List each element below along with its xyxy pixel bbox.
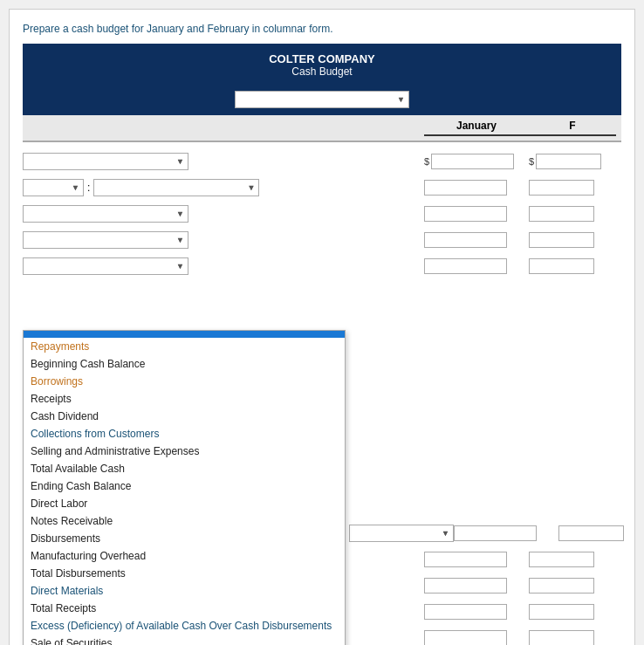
row5-feb-input[interactable] (529, 258, 594, 274)
report-header: COLTER COMPANY Cash Budget (23, 44, 621, 86)
form-row: ▼ (23, 255, 621, 278)
dropdown-item-notes-receivable[interactable]: Notes Receivable (24, 512, 345, 530)
row5-select[interactable] (23, 257, 188, 275)
dropdown-item-selling[interactable]: Selling and Administrative Expenses (24, 443, 345, 460)
row6-jan-input[interactable] (454, 525, 537, 541)
form-area: ▼ $ $ ▼ : (23, 142, 621, 645)
dropdown-item-mfg-overhead[interactable]: Manufacturing Overhead (24, 547, 345, 565)
row7-jan-input[interactable] (424, 552, 507, 567)
row1-jan-input[interactable] (431, 154, 514, 169)
row7-feb-input[interactable] (529, 552, 594, 567)
row4-jan-input[interactable] (424, 232, 507, 248)
row4-feb-input[interactable] (529, 232, 594, 248)
dropdown-item-direct-materials[interactable]: Direct Materials (24, 582, 345, 600)
form-row: ▼ $ $ (23, 150, 621, 173)
row3-jan-input[interactable] (424, 206, 507, 222)
row1-select[interactable] (23, 153, 188, 170)
dropdown-item-beginning-cash[interactable]: Beginning Cash Balance (24, 355, 345, 373)
row3-select[interactable] (23, 205, 188, 223)
column-headers: January F (23, 115, 621, 142)
row1-feb-input[interactable] (536, 154, 601, 169)
row10-feb-input[interactable] (529, 630, 594, 645)
february-header: F (529, 120, 616, 136)
dropdown-item-total-receipts[interactable]: Total Receipts (24, 600, 345, 617)
dropdown-item-receipts[interactable]: Receipts (24, 390, 345, 408)
row6-feb-input[interactable] (558, 525, 624, 541)
dropdown-item-sale-securities[interactable]: Sale of Securities (24, 635, 345, 645)
dropdown-item-total-disbursements[interactable]: Total Disbursements (24, 565, 345, 582)
dropdown-item-cash-dividend[interactable]: Cash Dividend (24, 408, 345, 425)
dropdown-item-borrowings[interactable]: Borrowings (24, 373, 345, 390)
dropdown-item-collections[interactable]: Collections from Customers (24, 425, 345, 443)
dropdown-selected[interactable] (24, 331, 345, 338)
period-row: January and February March and April ▼ (23, 86, 621, 115)
row6-right-select[interactable] (349, 525, 454, 542)
dropdown-item-ending-cash[interactable]: Ending Cash Balance (24, 477, 345, 495)
dropdown-item-disbursements[interactable]: Disbursements (24, 530, 345, 547)
period-select[interactable]: January and February March and April (235, 91, 409, 108)
dropdown-item-direct-labor[interactable]: Direct Labor (24, 495, 345, 512)
row9-feb-input[interactable] (529, 604, 594, 620)
dollar-sign: $ (424, 156, 429, 167)
dropdown-item-repayments[interactable]: Repayments (24, 338, 345, 355)
form-row: ▼ (23, 229, 621, 251)
row2-feb-input[interactable] (529, 180, 594, 196)
row5-jan-input[interactable] (424, 258, 507, 274)
company-name: COLTER COMPANY (31, 52, 613, 65)
dollar-sign: $ (529, 156, 534, 167)
dropdown-item-total-available[interactable]: Total Available Cash (24, 460, 345, 477)
row9-jan-input[interactable] (424, 604, 507, 620)
dropdown-item-excess[interactable]: Excess (Deficiency) of Available Cash Ov… (24, 617, 345, 635)
row10-jan-input[interactable] (424, 630, 507, 645)
colon-separator: : (87, 182, 90, 194)
row4-select[interactable] (23, 231, 188, 249)
instruction-text: Prepare a cash budget for January and Fe… (23, 23, 621, 35)
row2-select-right[interactable] (93, 179, 259, 196)
row3-feb-input[interactable] (529, 206, 594, 222)
form-row: ▼ (23, 202, 621, 225)
row8-jan-input[interactable] (424, 578, 507, 594)
open-dropdown: Repayments Beginning Cash Balance Borrow… (23, 330, 346, 645)
row8-feb-input[interactable] (529, 578, 594, 594)
row2-select-left[interactable] (23, 179, 84, 196)
january-header: January (424, 120, 529, 136)
form-row: ▼ : ▼ (23, 176, 621, 199)
report-title: Cash Budget (31, 65, 613, 78)
row2-jan-input[interactable] (424, 180, 507, 196)
